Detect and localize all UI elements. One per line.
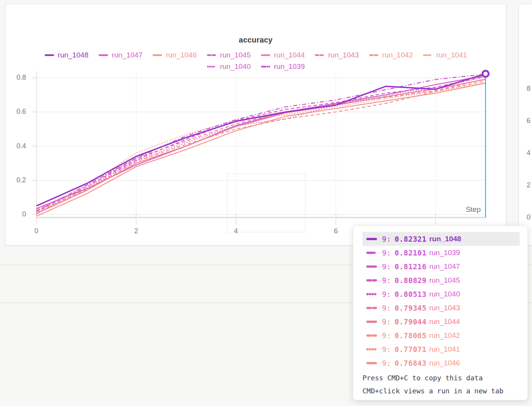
legend: run_1048run_1047run_1046run_1045run_1044… (18, 49, 493, 72)
tooltip-row-run_1044[interactable]: 9:0.79044run_1044 (362, 315, 520, 329)
tooltip-value: 0.82101 (395, 249, 427, 257)
tooltip-row-run_1041[interactable]: 9:0.77071run_1041 (362, 342, 520, 356)
tooltip-run-name: run_1041 (429, 345, 460, 354)
tooltip-value: 0.80829 (395, 276, 427, 285)
tooltip-line-sample-icon (366, 320, 377, 323)
legend-line-sample-icon (207, 65, 217, 68)
legend-line-sample-icon (152, 54, 162, 57)
tooltip-value: 0.76843 (395, 359, 427, 367)
tooltip-row-run_1042[interactable]: 9:0.78065run_1042 (362, 329, 520, 342)
y-tick-label: 0.6 (4, 108, 26, 116)
tooltip-run-name: run_1047 (429, 262, 460, 271)
tooltip-step: 9: (382, 345, 391, 354)
legend-item-run_1043[interactable]: run_1043 (315, 51, 359, 59)
tooltip-step: 9: (382, 304, 391, 312)
tooltip-run-name: run_1045 (429, 276, 460, 285)
tooltip-value: 0.79345 (395, 304, 427, 312)
tooltip-step: 9: (382, 290, 391, 298)
x-axis-title: Step (446, 205, 481, 214)
y-tick-label: 0 (4, 210, 26, 218)
tooltip-row-run_1047[interactable]: 9:0.81216run_1047 (362, 260, 520, 273)
tooltip-run-name: run_1044 (429, 318, 460, 326)
tooltip-step: 9: (382, 276, 391, 285)
tooltip-row-run_1040[interactable]: 9:0.80513run_1040 (362, 287, 520, 301)
selection-box (227, 174, 306, 232)
adjacent-y-tick-label: 6 (527, 117, 530, 125)
tooltip-step: 9: (382, 249, 391, 257)
tooltip-rows: 9:0.82321run_10489:0.82101run_10399:0.81… (353, 232, 527, 370)
tooltip-value: 0.81216 (395, 262, 427, 271)
tooltip-row-run_1048[interactable]: 9:0.82321run_1048 (362, 232, 520, 246)
tooltip-run-name: run_1039 (429, 249, 460, 257)
legend-item-label: run_1048 (58, 51, 88, 59)
legend-item-run_1041[interactable]: run_1041 (423, 51, 467, 59)
y-tick-label: 0.4 (4, 142, 26, 150)
legend-item-label: run_1042 (382, 51, 413, 59)
legend-line-sample-icon (423, 54, 433, 57)
tooltip-row-run_1043[interactable]: 9:0.79345run_1043 (362, 301, 520, 315)
page-background: { "panel": { "title": "accuracy", "x_axi… (0, 0, 532, 406)
legend-item-run_1048[interactable]: run_1048 (44, 51, 88, 59)
tooltip-row-run_1045[interactable]: 9:0.80829run_1045 (362, 273, 520, 287)
tooltip-step: 9: (382, 235, 391, 243)
tooltip-hint-newtab: CMD+click views a run in a new tab (362, 385, 520, 398)
legend-item-run_1040[interactable]: run_1040 (207, 62, 251, 71)
legend-line-sample-icon (261, 54, 271, 57)
tooltip-line-sample-icon (366, 293, 377, 296)
tooltip-run-name: run_1048 (429, 235, 461, 243)
tooltip-line-sample-icon (366, 306, 377, 309)
legend-line-sample-icon (315, 54, 325, 57)
x-tick-label: 6 (328, 227, 343, 235)
tooltip-row-run_1046[interactable]: 9:0.76843run_1046 (362, 356, 520, 370)
x-tick-label: 2 (129, 227, 144, 235)
legend-item-label: run_1041 (436, 51, 467, 59)
tooltip-step: 9: (382, 359, 391, 367)
tooltip-line-sample-icon (366, 279, 377, 282)
tooltip-value: 0.77071 (395, 345, 427, 354)
y-tick-label: 0.2 (4, 176, 26, 184)
tooltip-step: 9: (382, 318, 391, 326)
tooltip-row-run_1039[interactable]: 9:0.82101run_1039 (362, 246, 520, 260)
tooltip-run-name: run_1043 (429, 304, 460, 312)
legend-line-sample-icon (98, 54, 108, 57)
legend-item-label: run_1046 (166, 51, 196, 59)
y-tick-label: 0.8 (4, 74, 26, 82)
tooltip-step: 9: (382, 331, 391, 340)
tooltip-step: 9: (382, 262, 391, 271)
tooltip-line-sample-icon (366, 334, 377, 337)
tooltip-line-sample-icon (366, 251, 377, 254)
tooltip-line-sample-icon (366, 348, 377, 351)
tooltip-value: 0.79044 (395, 318, 427, 326)
legend-item-label: run_1044 (274, 51, 305, 59)
tooltip-value: 0.80513 (395, 290, 427, 298)
legend-line-sample-icon (207, 54, 217, 57)
tooltip-line-sample-icon (366, 265, 377, 268)
legend-item-run_1042[interactable]: run_1042 (369, 51, 413, 59)
legend-item-label: run_1040 (220, 62, 251, 71)
legend-item-run_1046[interactable]: run_1046 (152, 51, 196, 59)
legend-item-label: run_1043 (328, 51, 359, 59)
adjacent-y-tick-label: 2 (527, 181, 530, 189)
adjacent-y-tick-label: 8 (527, 85, 530, 93)
x-tick-label: 4 (228, 227, 244, 235)
tooltip-run-name: run_1046 (429, 359, 460, 367)
legend-line-sample-icon (369, 54, 379, 57)
tooltip-line-sample-icon (366, 362, 377, 365)
legend-item-run_1047[interactable]: run_1047 (98, 51, 142, 59)
adjacent-y-tick-label: 4 (527, 149, 530, 157)
legend-item-run_1044[interactable]: run_1044 (261, 51, 305, 59)
legend-item-run_1045[interactable]: run_1045 (207, 51, 251, 59)
legend-item-label: run_1047 (112, 51, 142, 59)
legend-item-run_1039[interactable]: run_1039 (261, 62, 305, 71)
x-tick-label: 0 (29, 227, 44, 235)
legend-line-sample-icon (261, 65, 271, 68)
tooltip-hint-copy: Press CMD+C to copy this data (362, 372, 520, 385)
tooltip-value: 0.82321 (395, 235, 427, 243)
hover-tooltip[interactable]: 9:0.82321run_10489:0.82101run_10399:0.81… (353, 226, 528, 400)
legend-line-sample-icon (44, 54, 54, 57)
legend-item-label: run_1039 (274, 62, 305, 71)
panel-title: accuracy (5, 36, 506, 44)
tooltip-run-name: run_1040 (429, 290, 460, 298)
tooltip-run-name: run_1042 (429, 331, 460, 340)
legend-item-label: run_1045 (220, 51, 251, 59)
